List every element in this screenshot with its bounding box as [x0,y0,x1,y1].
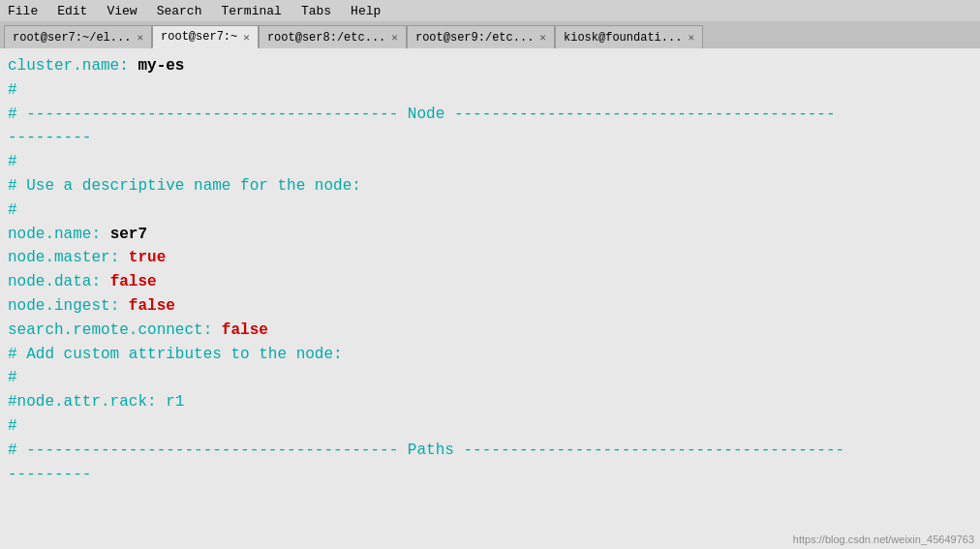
menu-tabs[interactable]: Tabs [297,4,335,18]
code-line-l18: --------- [8,463,972,487]
code-line-l13: # Add custom attributes to the node: [8,343,972,367]
code-line-l8: node.name: ser7 [8,223,972,247]
code-line-l4: --------- [8,126,972,150]
menu-file[interactable]: File [4,4,42,18]
tab-1[interactable]: root@ser7:~/el... ✕ [4,25,152,48]
tab-2-label: root@ser7:~ [161,30,237,44]
code-line-l15: #node.attr.rack: r1 [8,390,972,414]
code-line-l2: # [8,78,972,103]
tab-4[interactable]: root@ser9:/etc... ✕ [407,25,555,48]
menu-edit[interactable]: Edit [53,4,91,18]
code-line-l1: cluster.name: my-es [8,54,972,78]
code-line-l5: # [8,150,972,174]
tab-2-close[interactable]: ✕ [243,31,250,44]
menu-search[interactable]: Search [153,4,206,18]
code-line-l7: # [8,198,972,223]
tab-bar: root@ser7:~/el... ✕ root@ser7:~ ✕ root@s… [0,21,980,48]
code-line-l16: # [8,414,972,439]
tab-1-label: root@ser7:~/el... [13,31,131,45]
terminal-content: cluster.name: my-es## ------------------… [0,48,980,549]
menu-help[interactable]: Help [347,4,384,18]
code-line-l9: node.master: true [8,246,972,270]
menu-bar: File Edit View Search Terminal Tabs Help [0,0,980,21]
code-line-l17: # --------------------------------------… [8,439,972,463]
tab-5-close[interactable]: ✕ [688,31,694,44]
tab-3-close[interactable]: ✕ [391,31,398,44]
tab-4-label: root@ser9:/etc... [415,31,534,45]
tab-2[interactable]: root@ser7:~ ✕ [152,25,259,48]
tab-4-close[interactable]: ✕ [539,31,546,44]
menu-view[interactable]: View [103,4,140,18]
code-line-l6: # Use a descriptive name for the node: [8,174,972,198]
code-line-l12: search.remote.connect: false [8,319,972,343]
tab-5[interactable]: kiosk@foundati... ✕ [555,25,703,48]
tab-3[interactable]: root@ser8:/etc... ✕ [259,25,407,48]
menu-terminal[interactable]: Terminal [217,4,285,18]
tab-1-close[interactable]: ✕ [137,31,143,44]
code-line-l3: # --------------------------------------… [8,103,972,127]
tab-3-label: root@ser8:/etc... [267,31,385,45]
watermark: https://blog.csdn.net/weixin_45649763 [793,534,974,545]
code-line-l11: node.ingest: false [8,294,972,319]
tab-5-label: kiosk@foundati... [564,31,682,45]
code-line-l10: node.data: false [8,270,972,294]
code-line-l14: # [8,366,972,390]
